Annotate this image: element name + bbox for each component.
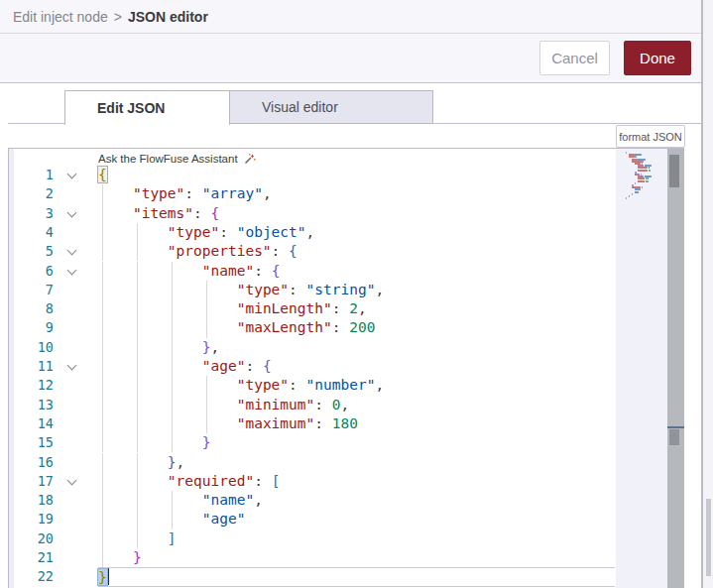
line-number[interactable]: 10	[14, 338, 63, 357]
fold-column[interactable]	[63, 204, 85, 223]
code-line-text[interactable]: "maxLength": 200	[98, 318, 615, 337]
code-line-text[interactable]: "age"	[98, 510, 615, 529]
line-number[interactable]: 12	[14, 376, 63, 395]
page-scrollbar-thumb[interactable]	[706, 499, 711, 576]
fold-chevron-icon[interactable]	[67, 170, 77, 179]
code-line[interactable]: 7 "type": "string",	[9, 281, 684, 299]
code-line[interactable]: 19 "age"	[9, 510, 684, 529]
code-line[interactable]: 8 "minLength": 2,	[9, 299, 684, 318]
line-number[interactable]: 19	[14, 510, 63, 529]
line-number[interactable]: 11	[14, 357, 63, 376]
line-number[interactable]: 5	[14, 242, 63, 261]
code-line[interactable]: 3 "items": {	[9, 204, 684, 223]
code-line[interactable]: 14 "maximum": 180	[9, 414, 684, 433]
code-line[interactable]: 2 "type": "array",	[9, 184, 684, 203]
code-line-text[interactable]: "properties": {	[98, 242, 615, 261]
code-line[interactable]: 11 "age": {	[9, 357, 684, 376]
line-number[interactable]: 15	[14, 433, 63, 452]
code-line-text[interactable]: "minimum": 0,	[98, 396, 615, 414]
code-line[interactable]: 1{	[9, 166, 684, 184]
fold-chevron-icon[interactable]	[67, 246, 77, 256]
fold-chevron-icon[interactable]	[67, 361, 77, 371]
code-line[interactable]: 12 "type": "number",	[9, 376, 684, 395]
fold-column[interactable]	[63, 567, 85, 586]
code-line-text[interactable]: "items": {	[98, 204, 615, 223]
code-line-text[interactable]: }	[98, 567, 615, 586]
code-line-text[interactable]: "age": {	[98, 357, 615, 376]
breadcrumb-parent[interactable]: Edit inject node	[13, 9, 108, 25]
cancel-button[interactable]: Cancel	[539, 41, 610, 75]
code-line-text[interactable]: },	[98, 453, 615, 472]
line-number[interactable]: 6	[14, 262, 63, 281]
code-line-text[interactable]: "maximum": 180	[98, 414, 615, 433]
fold-chevron-icon[interactable]	[67, 475, 77, 485]
fold-column[interactable]	[63, 433, 85, 452]
code-line-text[interactable]: "type": "number",	[98, 376, 615, 395]
fold-chevron-icon[interactable]	[67, 265, 77, 275]
editor-scrollbar-thumb-secondary[interactable]	[669, 429, 679, 445]
code-line[interactable]: 9 "maxLength": 200	[9, 318, 684, 337]
line-number[interactable]: 8	[14, 299, 63, 318]
line-number[interactable]: 9	[14, 318, 63, 337]
line-number[interactable]: 22	[14, 567, 63, 586]
fold-column[interactable]	[63, 453, 85, 472]
fold-column[interactable]	[63, 242, 85, 261]
fold-column[interactable]	[63, 376, 85, 395]
code-line-text[interactable]: "name",	[98, 491, 615, 510]
line-number[interactable]: 7	[14, 281, 63, 299]
editor-vertical-scrollbar[interactable]	[667, 149, 684, 588]
code-line-text[interactable]: "name": {	[98, 262, 615, 281]
fold-column[interactable]	[63, 414, 85, 433]
line-number[interactable]: 17	[14, 472, 63, 491]
line-number[interactable]: 18	[14, 491, 63, 510]
code-line[interactable]: 16 },	[9, 453, 684, 472]
code-line-text[interactable]: },	[98, 338, 615, 357]
fold-chevron-icon[interactable]	[67, 207, 77, 217]
code-line[interactable]: 20 ]	[9, 529, 684, 548]
fold-column[interactable]	[63, 491, 85, 510]
line-number[interactable]: 2	[14, 184, 63, 203]
code-line[interactable]: 17 "required": [	[9, 472, 684, 491]
code-line[interactable]: 5 "properties": {	[9, 242, 684, 261]
fold-column[interactable]	[63, 396, 85, 414]
fold-column[interactable]	[63, 166, 85, 184]
fold-column[interactable]	[63, 223, 85, 242]
code-line-text[interactable]: {	[98, 166, 615, 184]
fold-column[interactable]	[63, 357, 85, 376]
page-scrollbar[interactable]	[703, 0, 713, 588]
code-line[interactable]: 10 },	[9, 338, 684, 357]
code-line-text[interactable]: }	[98, 433, 615, 452]
json-code-editor[interactable]: Ask the FlowFuse Assistant 1{2 "type": "…	[8, 148, 684, 588]
fold-column[interactable]	[63, 262, 85, 281]
code-line[interactable]: 6 "name": {	[9, 262, 684, 281]
code-line[interactable]: 21 }	[9, 548, 684, 567]
code-line-text[interactable]: "type": "array",	[98, 184, 615, 203]
fold-column[interactable]	[63, 548, 85, 567]
line-number[interactable]: 21	[14, 548, 63, 567]
assistant-placeholder[interactable]: Ask the FlowFuse Assistant	[98, 151, 256, 167]
code-line-text[interactable]: }	[98, 548, 615, 567]
line-number[interactable]: 20	[14, 529, 63, 548]
line-number[interactable]: 4	[14, 223, 63, 242]
line-number[interactable]: 14	[14, 414, 63, 433]
fold-column[interactable]	[63, 184, 85, 203]
code-line[interactable]: 18 "name",	[9, 491, 684, 510]
code-line[interactable]: 4 "type": "object",	[9, 223, 684, 242]
code-line-text[interactable]: "required": [	[98, 472, 615, 491]
code-line[interactable]: 15 }	[9, 433, 684, 452]
code-line-text[interactable]: ]	[98, 529, 615, 548]
code-line-text[interactable]: "minLength": 2,	[98, 299, 615, 318]
editor-scrollbar-thumb[interactable]	[669, 155, 679, 187]
fold-column[interactable]	[63, 529, 85, 548]
line-number[interactable]: 13	[14, 396, 63, 414]
fold-column[interactable]	[63, 338, 85, 357]
fold-column[interactable]	[63, 510, 85, 529]
fold-column[interactable]	[63, 299, 85, 318]
code-line-text[interactable]: "type": "object",	[98, 223, 615, 242]
format-json-button[interactable]: format JSON	[616, 125, 685, 148]
tab-visual-editor[interactable]: Visual editor	[229, 90, 433, 124]
tab-edit-json[interactable]: Edit JSON	[64, 90, 230, 125]
fold-column[interactable]	[63, 318, 85, 337]
done-button[interactable]: Done	[624, 41, 691, 75]
code-line[interactable]: 22}	[9, 567, 684, 586]
